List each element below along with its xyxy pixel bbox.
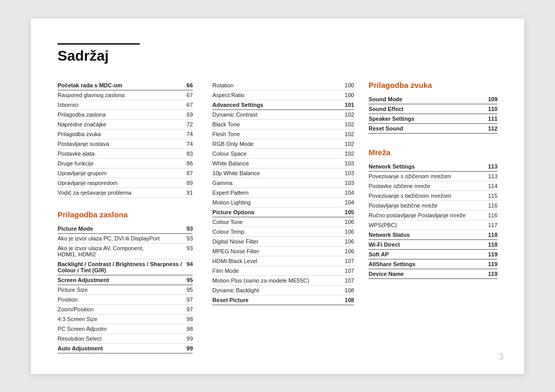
toc-label: Postavljanje sustava [58, 141, 187, 147]
toc-entry: Device Name119 [368, 269, 497, 279]
toc-entry: Postavljanje bežične mreže116 [368, 201, 497, 211]
toc-entry: Postavke ožičene mreže114 [368, 181, 497, 191]
toc-number: 98 [187, 326, 193, 332]
toc-label: HDMI Black Level [212, 258, 345, 264]
toc-number: 97 [187, 296, 193, 303]
toc-label: Digital Noise Filter [212, 238, 345, 245]
toc-number: 104 [345, 199, 354, 206]
toc-entry: Sound Mode109 [368, 95, 497, 104]
toc-number: 95 [187, 277, 193, 283]
toc-number: 95 [187, 287, 193, 293]
toc-number: 117 [488, 222, 497, 228]
toc-number: 100 [345, 82, 354, 88]
toc-number: 115 [488, 193, 497, 199]
toc-label: 4:3 Screen Size [58, 316, 187, 322]
toc-number: 94 [187, 261, 193, 267]
toc-entry: Reset Sound112 [368, 124, 497, 134]
toc-label: Network Settings [368, 163, 488, 170]
toc-label: Sound Mode [368, 96, 488, 102]
toc-entry: AllShare Settings119 [368, 259, 497, 269]
toc-entry: Motion Plus (samo za modele ME55C)107 [212, 276, 354, 286]
toc-label: Prilagodba zaslona [58, 111, 187, 118]
toc-label: Auto Adjustment [58, 345, 187, 351]
toc-entry: Prilagodba zaslona69 [58, 110, 193, 120]
toc-number: 98 [187, 316, 193, 322]
toc-label: Druge funkcije [58, 160, 187, 166]
toc-entry: PC Screen Adjustm98 [58, 324, 193, 334]
mreza-section: Network Settings113Povezivanje s ožičeno… [368, 162, 497, 279]
toc-entry: Resolution Select99 [58, 334, 193, 344]
toc-entry: Rotation100 [212, 81, 354, 90]
toc-number: 112 [488, 125, 497, 132]
toc-number: 69 [187, 111, 193, 118]
toc-entry: Expert Pattern104 [212, 188, 354, 198]
toc-number: 118 [488, 232, 497, 238]
toc-label: MPEG Noise Filter [212, 248, 345, 254]
toc-number: 93 [187, 245, 193, 251]
toc-entry: Flesh Tone102 [212, 129, 354, 139]
toc-number: 108 [345, 287, 354, 293]
toc-number: 67 [187, 92, 193, 98]
toc-label: AllShare Settings [368, 261, 488, 267]
toc-entry: Network Settings113 [368, 162, 497, 172]
toc-number: 101 [345, 102, 354, 108]
toc-label: Black Tone [212, 121, 345, 127]
toc-entry: Auto Adjustment99 [58, 344, 193, 353]
toc-entry: Soft AP119 [368, 250, 497, 259]
toc-number: 104 [345, 190, 354, 196]
toc-label: Device Name [368, 271, 488, 277]
toc-label: Ručno postavljanje Postavljanje mreže [368, 212, 488, 218]
toc-label: Soft AP [368, 251, 488, 257]
toc-number: 119 [488, 271, 497, 277]
toc-label: Film Mode [212, 268, 345, 274]
toc-entry: Colour Temp.106 [212, 227, 354, 237]
page-number: 3 [499, 352, 504, 362]
toc-entry: Druge funkcije86 [58, 159, 193, 169]
toc-entry: MPEG Noise Filter106 [212, 247, 354, 256]
columns: Početak rada s MDC-om66Raspored glavnog … [58, 81, 497, 353]
page-title: Sadržaj [58, 48, 497, 64]
toc-entry: Gamma103 [212, 178, 354, 188]
toc-number: 102 [345, 121, 354, 127]
toc-number: 103 [345, 160, 354, 166]
toc-entry: Motion Lighting104 [212, 198, 354, 208]
toc-number: 106 [345, 248, 354, 254]
toc-label: Reset Sound [368, 125, 488, 132]
toc-entry: Prilagodba zvuka74 [58, 129, 193, 139]
toc-number: 91 [187, 190, 193, 196]
toc-entry: White Balance103 [212, 159, 354, 169]
toc-entry: Black Tone102 [212, 120, 354, 129]
toc-label: Postavljanje bežične mreže [368, 202, 488, 209]
toc-entry: Aspect Ratio100 [212, 90, 354, 100]
toc-entry: Zoom/Position97 [58, 305, 193, 314]
toc-entry: Postavke alata83 [58, 149, 193, 159]
toc-number: 103 [345, 170, 354, 176]
toc-number: 86 [187, 160, 193, 166]
toc-number: 116 [488, 202, 497, 209]
toc-label: Picture Mode [58, 226, 187, 232]
toc-number: 102 [345, 141, 354, 147]
section-title-prilagodba-zaslona: Prilagodba zaslona [58, 210, 193, 219]
toc-number: 110 [488, 106, 497, 112]
toc-entry: Sound Effect110 [368, 104, 497, 114]
toc-number: 93 [187, 235, 193, 241]
col2-section: Rotation100Aspect Ratio100Advanced Setti… [212, 81, 354, 305]
toc-number: 105 [345, 209, 354, 215]
toc-label: 10p White Balance [212, 170, 345, 176]
toc-entry: Network Status118 [368, 230, 497, 240]
section-title-mreza: Mreža [368, 148, 497, 157]
toc-entry: Upravljanje grupom87 [58, 169, 193, 178]
prilagodba-section: Picture Mode93Ako je izvor ulaza PC, DVI… [58, 224, 193, 353]
toc-number: 111 [488, 116, 497, 122]
toc-label: Resolution Select [58, 335, 187, 342]
toc-label: PC Screen Adjustm [58, 326, 187, 332]
toc-label: Prilagodba zvuka [58, 131, 187, 137]
toc-entry: Colour Tone106 [212, 217, 354, 227]
toc-entry: Backlight / Contrast / Brightness / Shar… [58, 259, 193, 275]
toc-label: Backlight / Contrast / Brightness / Shar… [58, 261, 187, 273]
toc-label: Početak rada s MDC-om [58, 82, 187, 88]
toc-entry: 4:3 Screen Size98 [58, 314, 193, 324]
toc-label: Dynamic Contrast [212, 111, 345, 118]
toc-entry: Ako je izvor ulaza AV, Component, HDMI1,… [58, 244, 193, 259]
toc-entry: Reset Picture108 [212, 295, 354, 305]
